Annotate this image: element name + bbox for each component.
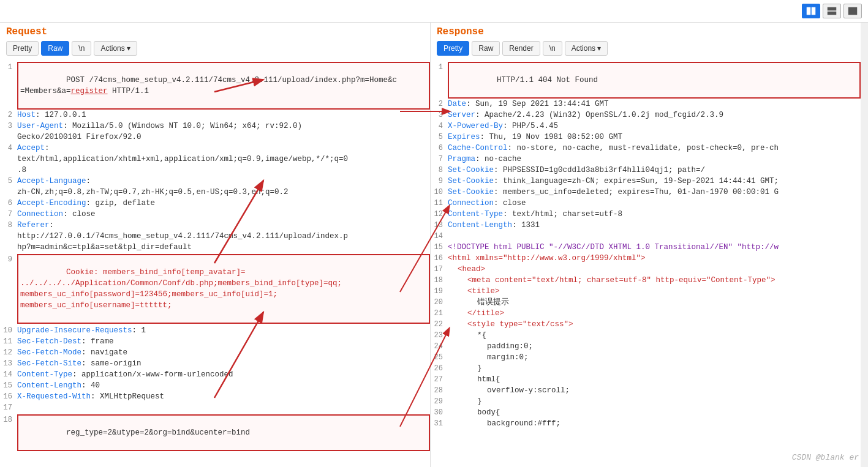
res-line-5: 5 Expires: Thu, 19 Nov 1981 08:52:00 GMT [431,132,861,143]
res-raw-tab[interactable]: Raw [472,41,500,56]
res-line-16: 16 <html xmlns="http://www.w3.org/1999/x… [431,253,861,264]
res-line-11: 11 Connection: close [431,198,861,209]
req-line-9: 9 Cookie: members_bind_info[temp_avatar]… [0,254,430,324]
res-line-2: 2 Date: Sun, 19 Sep 2021 13:44:41 GMT [431,99,861,110]
response-content[interactable]: 1 HTTP/1.1 404 Not Found 2 Date: Sun, 19… [431,59,861,467]
res-line-28: 28 overflow-y:scroll; [431,385,861,396]
svg-rect-0 [807,7,810,15]
res-line-27: 27 html{ [431,374,861,385]
res-line-22: 22 <style type="text/css"> [431,319,861,330]
req-line-11: 11 Sec-Fetch-Dest: frame [0,336,430,347]
split-view-btn[interactable] [802,4,820,18]
res-line-20: 20 错误提示 [431,297,861,308]
res-newline-tab[interactable]: \n [543,41,562,56]
req-line-16: 16 X-Requested-With: XMLHttpRequest [0,391,430,402]
res-line-24: 24 padding:0; [431,341,861,352]
svg-rect-2 [828,7,836,10]
res-line-4: 4 X-Powered-By: PHP/5.4.45 [431,121,861,132]
res-line-26: 26 } [431,363,861,374]
svg-rect-4 [848,7,857,15]
req-line-15: 15 Content-Length: 40 [0,380,430,391]
req-line-3: 3 User-Agent: Mozilla/5.0 (Windows NT 10… [0,121,430,143]
res-line-6: 6 Cache-Control: no-store, no-cache, mus… [431,143,861,154]
response-panel: Response Pretty Raw Render \n Actions ▾ … [431,23,861,467]
res-line-10: 10 Set-Cookie: members_uc_info=deleted; … [431,187,861,198]
res-render-tab[interactable]: Render [502,41,540,56]
req-line-13: 13 Sec-Fetch-Site: same-origin [0,358,430,369]
res-line-18: 18 <meta content="text/html; charset=utf… [431,275,861,286]
response-title: Response [437,26,855,37]
req-actions-chevron: ▾ [127,44,130,53]
watermark: CSDN @blank er [792,453,859,462]
request-panel: Request Pretty Raw \n Actions ▾ 1 POST /… [0,23,431,467]
panels-wrapper: Request Pretty Raw \n Actions ▾ 1 POST /… [0,23,868,467]
req-line-1: 1 POST /74cms_home_setup_v4.2.111/74cms_… [0,62,430,110]
res-line-14: 14 [431,231,861,242]
req-newline-tab[interactable]: \n [72,41,91,56]
req-actions-label: Actions [100,44,124,53]
res-line-3: 3 Server: Apache/2.4.23 (Win32) OpenSSL/… [431,110,861,121]
svg-rect-3 [828,12,836,15]
res-line-31: 31 background:#fff; [431,418,861,429]
req-line-2: 2 Host: 127.0.0.1 [0,110,430,121]
req-linecontent-1: POST /74cms_home_setup_v4.2.111/74cms_v4… [17,62,430,110]
res-line-17: 17 <head> [431,264,861,275]
response-toolbar: Pretty Raw Render \n Actions ▾ [437,41,855,56]
req-line-17: 17 [0,402,430,413]
req-line-8: 8 Referer:http://127.0.0.1/74cms_home_se… [0,220,430,253]
scrollbar[interactable] [861,23,868,467]
request-title: Request [6,26,424,37]
res-line-8: 8 Set-Cookie: PHPSESSID=1g0cddld3a8bi3rf… [431,165,861,176]
req-line-7: 7 Connection: close [0,209,430,220]
res-actions-label: Actions [572,44,595,53]
res-line-25: 25 margin:0; [431,352,861,363]
res-actions-chevron: ▾ [597,44,601,53]
res-line-1: 1 HTTP/1.1 404 Not Found [431,62,861,99]
svg-rect-1 [812,7,815,15]
res-line-19: 19 <title> [431,286,861,297]
res-line-30: 30 body{ [431,407,861,418]
req-line-5: 5 Accept-Language:zh-CN,zh;q=0.8,zh-TW;q… [0,176,430,198]
request-toolbar: Pretty Raw \n Actions ▾ [6,41,424,56]
req-actions-btn[interactable]: Actions ▾ [94,41,137,56]
view-buttons [802,4,862,18]
res-actions-btn[interactable]: Actions ▾ [565,41,608,56]
horizontal-view-btn[interactable] [823,4,841,18]
req-line-4: 4 Accept:text/html,application/xhtml+xml… [0,143,430,176]
request-content[interactable]: 1 POST /74cms_home_setup_v4.2.111/74cms_… [0,59,430,467]
req-line-10: 10 Upgrade-Insecure-Requests: 1 [0,325,430,336]
top-bar [0,0,868,23]
res-line-15: 15 <!DOCTYPE html PUBLIC "-//W3C//DTD XH… [431,242,861,253]
res-line-9: 9 Set-Cookie: think_language=zh-CN; expi… [431,176,861,187]
res-pretty-tab[interactable]: Pretty [437,41,469,56]
res-line-29: 29 } [431,396,861,407]
res-line-7: 7 Pragma: no-cache [431,154,861,165]
res-line-23: 23 *{ [431,330,861,341]
req-linenum-1: 1 [0,62,17,110]
response-header: Response Pretty Raw Render \n Actions ▾ [431,23,861,59]
req-line-14: 14 Content-Type: application/x-www-form-… [0,369,430,380]
req-raw-tab[interactable]: Raw [41,41,69,56]
req-line-18: 18 reg_type=2&utype=2&org=bind&ucenter=b… [0,414,430,451]
single-view-btn[interactable] [843,4,862,18]
res-line-21: 21 </title> [431,308,861,319]
req-pretty-tab[interactable]: Pretty [6,41,39,56]
res-line-13: 13 Content-Length: 1331 [431,220,861,231]
req-line-6: 6 Accept-Encoding: gzip, deflate [0,198,430,209]
res-line-12: 12 Content-Type: text/html; charset=utf-… [431,209,861,220]
request-header: Request Pretty Raw \n Actions ▾ [0,23,430,59]
req-line-12: 12 Sec-Fetch-Mode: navigate [0,347,430,358]
